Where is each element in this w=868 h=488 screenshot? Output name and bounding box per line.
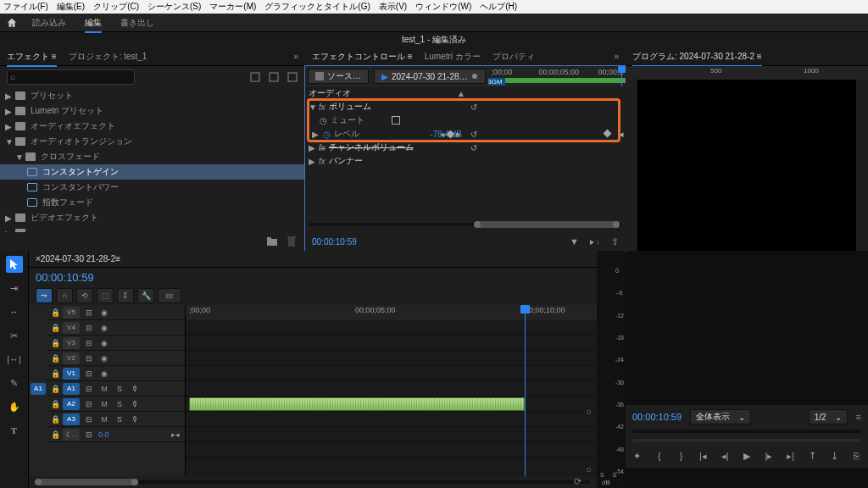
ripple-tool-icon[interactable]: ↔ (6, 303, 23, 320)
workspace-export[interactable]: 書き出し (120, 17, 154, 29)
source-patch-a1[interactable]: A1 (31, 383, 46, 395)
magnet-button[interactable]: ∩ (56, 288, 73, 303)
reset-icon[interactable]: ↺ (470, 130, 477, 139)
track-v1[interactable] (186, 381, 597, 396)
track-mix[interactable] (186, 442, 597, 458)
track-header-v4[interactable]: 🔒V4⊟◉ (47, 320, 185, 336)
menu-marker[interactable]: マーカー(M) (209, 1, 256, 13)
caption-button[interactable]: cc (158, 288, 181, 303)
track-a1[interactable] (186, 396, 597, 412)
menu-edit[interactable]: 編集(E) (57, 1, 85, 13)
tab-effects[interactable]: エフェクト ≡ (7, 51, 57, 63)
track-a3[interactable] (186, 427, 597, 442)
reset-icon[interactable]: ↺ (470, 143, 477, 152)
eye-icon[interactable]: ◉ (98, 307, 110, 319)
tree-item-audio-transitions[interactable]: ▼オーディオトランジション (0, 134, 305, 149)
track-header-v3[interactable]: 🔒V3⊟◉ (47, 336, 185, 351)
reset-icon[interactable]: ↺ (470, 103, 477, 112)
solo-indicator[interactable]: S S (600, 472, 620, 478)
timeline-timecode[interactable]: 00:00:10:59 (36, 271, 94, 284)
tree-item-constant-power[interactable]: コンスタントパワー (0, 180, 305, 195)
menu-view[interactable]: 表示(V) (379, 1, 407, 13)
prop-mute-row[interactable]: ◷ミュート (305, 114, 469, 127)
toggle-output-icon[interactable]: ⊟ (83, 429, 95, 441)
filter-badge-2-icon[interactable] (268, 71, 280, 83)
prev-keyframe-icon[interactable]: ◂ (440, 129, 445, 140)
track-header-v5[interactable]: 🔒V5⊟◉ (47, 305, 185, 320)
panel-menu-icon[interactable]: » (293, 52, 298, 61)
mic-icon[interactable]: 🎙 (129, 413, 141, 425)
toggle-output-icon[interactable]: ⊟ (83, 383, 95, 395)
lock-icon[interactable]: 🔒 (51, 400, 59, 408)
circle-icon[interactable]: ○ (586, 407, 592, 417)
lock-icon[interactable]: 🔒 (51, 354, 59, 363)
mic-icon[interactable]: 🎙 (129, 398, 141, 410)
timeline-ruler[interactable]: ;00;00 00;00;05;00 00;00;10;00 (186, 305, 597, 320)
snap-button[interactable]: ⤳ (36, 288, 53, 303)
slip-tool-icon[interactable]: |↔| (6, 351, 23, 368)
menu-clip[interactable]: クリップ(C) (93, 1, 139, 13)
fx-panner-row[interactable]: ▶fxパンナー (305, 154, 469, 168)
trash-icon[interactable] (287, 236, 297, 247)
filter-badge-1-icon[interactable] (249, 71, 261, 83)
program-monitor[interactable] (637, 80, 856, 251)
marker-span-button[interactable]: ⬚ (97, 288, 114, 303)
lock-icon[interactable]: 🔒 (51, 324, 59, 332)
ec-timecode[interactable]: 00:00:10:59 (312, 237, 357, 247)
eye-icon[interactable]: ◉ (98, 337, 110, 349)
track-header-a1[interactable]: A1🔒A1⊟MS🎙 (47, 381, 185, 396)
menu-graphics[interactable]: グラフィックとタイトル(G) (264, 1, 370, 13)
tab-properties[interactable]: プロパティ (492, 51, 535, 63)
search-input[interactable] (7, 69, 135, 85)
track-header-a2[interactable]: 🔒A2⊟MS🎙 (47, 396, 185, 412)
selection-tool-icon[interactable] (6, 256, 23, 273)
eye-icon[interactable]: ◉ (98, 352, 110, 364)
fx-volume-row[interactable]: ▼fxボリューム (305, 100, 469, 114)
lock-icon[interactable]: 🔒 (51, 339, 59, 347)
track-v5[interactable] (186, 320, 597, 336)
play-only-icon[interactable]: ▶꤯ (589, 236, 601, 247)
toggle-output-icon[interactable]: ⊟ (83, 307, 95, 319)
keyframe-marker[interactable] (604, 130, 612, 138)
add-keyframe-icon[interactable] (447, 130, 455, 138)
tree-item-constant-gain[interactable]: コンスタントゲイン (0, 164, 305, 180)
track-a2[interactable] (186, 412, 597, 427)
toggle-output-icon[interactable]: ⊟ (83, 337, 95, 349)
timeline-playhead[interactable] (525, 305, 526, 476)
menu-file[interactable]: ファイル(F) (3, 1, 48, 13)
lock-icon[interactable]: 🔒 (51, 308, 59, 317)
tree-item-presets[interactable]: ▶プリセット (0, 88, 305, 103)
pen-tool-icon[interactable]: ✎ (6, 374, 23, 391)
tree-item-video-effects[interactable]: ▶ビデオエフェクト (0, 210, 305, 225)
tab-lumetri-color[interactable]: Lumetri カラー (425, 51, 481, 63)
program-ruler[interactable]: 500 1000 (626, 66, 868, 80)
track-header-v1[interactable]: 🔒V1⊟◉ (47, 366, 185, 381)
toggle-output-icon[interactable]: ⊟ (83, 398, 95, 410)
tab-program[interactable]: プログラム: 2024-07-30 21-28-2 ≡ (632, 51, 762, 63)
settings-button[interactable]: 🔧 (137, 288, 154, 303)
fx-channel-volume-row[interactable]: ▶fxチャンネルボリューム (305, 141, 469, 154)
timeline-tools-icon[interactable]: ⟳ (574, 476, 581, 487)
tree-item-audio-effects[interactable]: ▶オーディオエフェクト (0, 119, 305, 134)
home-icon[interactable] (5, 16, 19, 30)
filter-badge-3-icon[interactable] (287, 71, 298, 83)
timeline-hscroll[interactable] (36, 478, 590, 486)
toggle-output-icon[interactable]: ⊟ (83, 322, 95, 334)
tab-project[interactable]: プロジェクト: test_1 (69, 51, 147, 63)
insert-overwrite-button[interactable]: ↧ (117, 288, 134, 303)
hand-tool-icon[interactable]: ✋ (6, 398, 23, 415)
tree-item-exponential-fade[interactable]: 指数フェード (0, 195, 305, 210)
eye-icon[interactable]: ◉ (98, 368, 110, 380)
track-v2[interactable] (186, 366, 597, 381)
stopwatch-icon[interactable]: ◷ (322, 130, 331, 138)
next-keyframe-icon[interactable]: ▸ (456, 129, 461, 140)
lock-icon[interactable]: 🔒 (51, 385, 59, 393)
ec-hscroll[interactable] (309, 220, 622, 229)
new-bin-icon[interactable] (266, 236, 278, 247)
panel-menu-icon[interactable]: » (614, 52, 619, 61)
workspace-import[interactable]: 読み込み (32, 17, 66, 29)
source-dropdown[interactable]: ソース… (308, 69, 369, 84)
menu-window[interactable]: ウィンドウ(W) (415, 1, 471, 13)
audio-clip[interactable] (189, 397, 525, 411)
mute-checkbox[interactable] (392, 116, 400, 125)
